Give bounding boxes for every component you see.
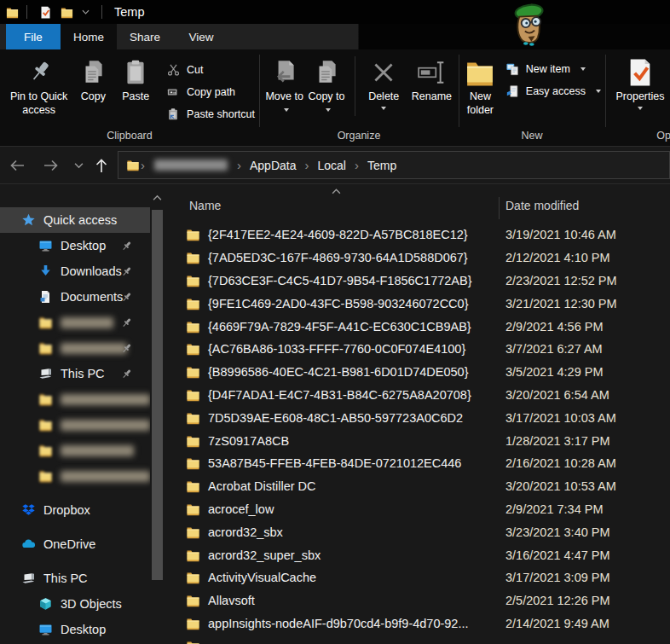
breadcrumb-chevron-icon[interactable]: › xyxy=(303,158,309,172)
file-row[interactable]: 7zS0917A8CB1/28/2021 3:17 PM xyxy=(165,429,670,452)
column-header-date-modified[interactable]: Date modified xyxy=(505,199,579,212)
copy-to-button[interactable]: Copy to xyxy=(304,53,348,117)
dropdown-arrow-icon xyxy=(596,90,601,93)
paste-shortcut-icon xyxy=(166,107,181,121)
file-row[interactable]: {B8996586-40EC-4C21-B981-6D01D74DE050}3/… xyxy=(165,361,670,384)
move-to-button[interactable]: Move to xyxy=(264,53,304,117)
up-button[interactable] xyxy=(89,151,114,180)
new-folder-icon xyxy=(465,55,494,90)
qat-new-folder-button[interactable] xyxy=(61,6,73,19)
breadcrumb-chevron-icon[interactable]: › xyxy=(140,158,146,172)
tab-home[interactable]: Home xyxy=(61,24,117,49)
copy-path-button[interactable]: Copy path xyxy=(164,81,257,103)
sidebar-item-this-pc[interactable]: This PC xyxy=(0,361,150,386)
sidebar-item-label: Desktop xyxy=(61,239,106,252)
dropdown-arrow-icon xyxy=(326,108,331,112)
file-row[interactable]: acrocef_low2/9/2021 7:34 PM xyxy=(165,498,670,521)
file-row[interactable]: Acrobat Distiller DC3/20/2021 10:53 AM xyxy=(165,475,670,498)
folder-icon xyxy=(186,456,200,470)
sidebar-item-redacted[interactable] xyxy=(0,310,150,335)
sidebar-item-dropbox[interactable]: Dropbox xyxy=(0,497,150,523)
breadcrumb-chevron-icon[interactable]: › xyxy=(236,158,242,172)
sidebar-item-onedrive[interactable]: OneDrive xyxy=(0,531,150,557)
recent-locations-button[interactable] xyxy=(68,151,89,180)
sidebar-item-label: This PC xyxy=(43,571,88,585)
thispc-icon xyxy=(21,571,36,585)
sidebar-item-redacted[interactable] xyxy=(0,463,150,489)
folder-icon xyxy=(38,392,53,406)
tab-view[interactable]: View xyxy=(173,24,229,49)
redacted-label xyxy=(61,420,150,431)
copy-button[interactable]: Copy xyxy=(72,53,113,104)
sidebar-item-3d-objects[interactable]: 3D Objects xyxy=(0,591,150,617)
copy-path-label: Copy path xyxy=(187,86,235,98)
forward-button[interactable] xyxy=(34,151,68,180)
file-name: {B8996586-40EC-4C21-B981-6D01D74DE050} xyxy=(208,365,469,379)
breadcrumb-segment-local[interactable]: Local xyxy=(309,159,353,172)
rename-button[interactable]: Rename xyxy=(407,53,457,104)
sidebar-item-this-pc[interactable]: This PC xyxy=(0,566,150,591)
file-row[interactable] xyxy=(165,635,670,644)
paste-button[interactable]: Paste xyxy=(113,53,158,104)
column-resize-handle[interactable] xyxy=(499,197,500,219)
file-row[interactable]: acrord32_super_sbx3/16/2021 4:47 PM xyxy=(165,543,670,566)
sidebar-item-quick-access[interactable]: Quick access xyxy=(0,207,150,233)
breadcrumb-chevron-icon[interactable]: › xyxy=(354,158,360,172)
file-name: ActivityVisualCache xyxy=(208,571,316,584)
file-row[interactable]: {7AD5ED3C-167F-4869-9730-64A1D588D067}2/… xyxy=(165,247,670,270)
new-folder-button[interactable]: New folder xyxy=(464,53,497,117)
properties-button[interactable]: Properties xyxy=(610,53,670,110)
sidebar-item-redacted[interactable] xyxy=(0,386,150,412)
sidebar-scrollbar[interactable] xyxy=(150,184,165,644)
file-row[interactable]: {AC76BA86-1033-FFFF-7760-0C0F074E4100}3/… xyxy=(165,338,670,361)
file-row[interactable]: {D4F7ADA1-E4C7-4B31-B84C-6275A8A20708}3/… xyxy=(165,384,670,407)
breadcrumb-segment-appdata[interactable]: AppData xyxy=(242,159,303,172)
qat-customize-button[interactable] xyxy=(82,9,90,15)
new-item-icon xyxy=(505,62,520,76)
sidebar-item-desktop[interactable]: Desktop xyxy=(0,233,150,258)
new-item-button[interactable]: New item xyxy=(503,58,604,80)
sidebar-item-redacted[interactable] xyxy=(0,438,150,463)
file-row[interactable]: {9FE1C469-2AD0-43FC-B598-903246072CC0}3/… xyxy=(165,292,670,315)
file-row[interactable]: ActivityVisualCache3/17/2021 3:09 PM xyxy=(165,566,670,589)
ribbon-group-clipboard: Pin to Quick access Copy Paste Cut xyxy=(0,49,259,146)
file-row[interactable]: acrord32_sbx3/23/2021 3:40 PM xyxy=(165,520,670,543)
file-date-modified: 3/23/2021 3:40 PM xyxy=(505,525,610,539)
sidebar-item-redacted[interactable] xyxy=(0,412,150,438)
file-row[interactable]: 53A87B45-FFEB-4FEB-84DE-0721012EC4462/16… xyxy=(165,452,670,475)
column-header-name[interactable]: Name xyxy=(189,199,221,212)
organize-group-label: Organize xyxy=(259,128,459,146)
new-folder-icon xyxy=(61,6,73,19)
easy-access-button[interactable]: Easy access xyxy=(503,80,604,102)
file-row[interactable]: {4669F79A-7829-4F5F-A41C-EC630C1CB9AB}2/… xyxy=(165,315,670,338)
address-bar[interactable]: ››AppData›Local›Temp xyxy=(118,151,670,179)
file-row[interactable]: {2F417EE2-4E24-4609-822D-A57BC818EC12}3/… xyxy=(165,223,670,247)
navigation-pane: Quick accessDesktopDownloadsDocumentsThi… xyxy=(0,184,150,644)
pin-icon xyxy=(120,240,133,252)
tab-file[interactable]: File xyxy=(6,24,61,49)
delete-button[interactable]: Delete xyxy=(361,53,407,110)
cut-button[interactable]: Cut xyxy=(164,59,257,81)
sidebar-item-desktop[interactable]: Desktop xyxy=(0,617,150,642)
paste-shortcut-button[interactable]: Paste shortcut xyxy=(164,103,257,125)
sidebar-item-redacted[interactable] xyxy=(0,335,150,361)
folder-icon xyxy=(186,411,200,425)
breadcrumb-segment-temp[interactable]: Temp xyxy=(360,159,404,172)
pin-icon xyxy=(120,265,133,278)
file-row[interactable]: Allavsoft2/5/2021 12:26 PM xyxy=(165,589,670,612)
back-button[interactable] xyxy=(0,151,34,180)
scrollbar-thumb[interactable] xyxy=(152,210,163,580)
breadcrumb-segment-redacted[interactable] xyxy=(154,160,228,171)
breadcrumb: ››AppData›Local›Temp xyxy=(140,158,404,172)
pin-to-quick-access-button[interactable]: Pin to Quick access xyxy=(5,53,72,117)
scrollbar-up-arrow-icon[interactable] xyxy=(153,194,162,201)
star-icon xyxy=(21,213,36,227)
file-row[interactable]: {7D63CE3F-C4C5-41D7-9B54-F1856C1772AB}2/… xyxy=(165,270,670,293)
sidebar-item-documents[interactable]: Documents xyxy=(0,284,150,310)
folder-icon xyxy=(186,365,200,379)
tab-share[interactable]: Share xyxy=(117,24,173,49)
qat-properties-button[interactable] xyxy=(39,6,52,19)
file-row[interactable]: 7D5D39AE-E608-48C1-AB50-597723A0C6D23/17… xyxy=(165,406,670,429)
sidebar-item-downloads[interactable]: Downloads xyxy=(0,258,150,284)
file-row[interactable]: appInsights-nodeAIF-d9b70cd4-b9f9-4d70-9… xyxy=(165,612,670,635)
